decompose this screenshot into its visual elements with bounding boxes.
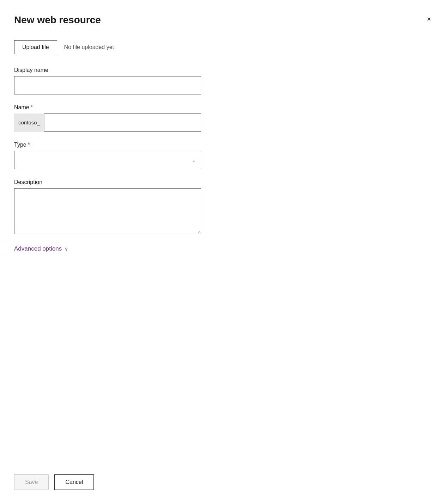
display-name-input[interactable] xyxy=(14,76,201,94)
dialog-content: Upload file No file uploaded yet Display… xyxy=(14,40,434,460)
description-group: Description xyxy=(14,179,434,235)
type-label: Type* xyxy=(14,142,434,148)
type-select-wrapper: ⌄ xyxy=(14,151,201,169)
description-label: Description xyxy=(14,179,434,185)
upload-status-text: No file uploaded yet xyxy=(64,44,114,50)
name-label: Name* xyxy=(14,104,434,111)
advanced-options-button[interactable]: Advanced options ∨ xyxy=(14,245,434,252)
name-input-wrapper: contoso_ xyxy=(14,113,201,132)
dialog-header: New web resource × xyxy=(14,14,434,26)
advanced-options-label: Advanced options xyxy=(14,245,62,252)
cancel-button[interactable]: Cancel xyxy=(54,474,94,490)
save-button[interactable]: Save xyxy=(14,474,49,490)
type-group: Type* ⌄ xyxy=(14,142,434,169)
dialog-title: New web resource xyxy=(14,14,101,26)
new-web-resource-dialog: New web resource × Upload file No file u… xyxy=(0,0,448,504)
description-textarea[interactable] xyxy=(14,188,201,234)
display-name-group: Display name xyxy=(14,67,434,94)
dialog-footer: Save Cancel xyxy=(14,460,434,490)
name-group: Name* contoso_ xyxy=(14,104,434,132)
name-required-star: * xyxy=(31,104,33,110)
display-name-label: Display name xyxy=(14,67,434,73)
upload-section: Upload file No file uploaded yet xyxy=(14,40,434,54)
upload-file-button[interactable]: Upload file xyxy=(14,40,57,54)
type-select[interactable] xyxy=(14,151,201,169)
name-input[interactable] xyxy=(14,113,201,132)
type-required-star: * xyxy=(28,142,30,148)
close-button[interactable]: × xyxy=(424,14,434,24)
advanced-options-chevron-icon: ∨ xyxy=(65,246,68,252)
